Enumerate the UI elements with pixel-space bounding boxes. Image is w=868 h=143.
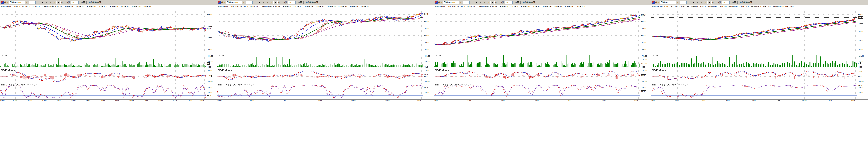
symbol-select[interactable]: 日経225mini ▼ [226,1,245,4]
bars-count-input[interactable]: 500 [71,1,79,4]
axis-tick-label: 40.00 [424,92,429,94]
period-day-button[interactable]: 日 [479,1,482,4]
period-minute-button[interactable]: 分 [258,1,261,4]
main-plot[interactable] [217,8,423,54]
volume-plot[interactable] [434,54,640,69]
volume-plot[interactable] [0,54,206,69]
zoom-in-button[interactable]: + [491,1,494,4]
period-week-button[interactable]: 週 [266,1,269,4]
zoom-in-button[interactable]: + [708,1,711,4]
chevron-down-icon[interactable]: ▼ [676,1,679,4]
axis-tick-label: 8,600 [641,34,646,36]
time-axis-label: 12/02 [633,100,638,102]
apply-button[interactable]: 適用 [730,1,738,4]
chevron-down-icon[interactable]: ▼ [252,1,255,4]
period-day-button[interactable]: 日 [262,1,265,4]
chart-window-icon [435,1,438,4]
bars-count-input[interactable]: 500 [505,1,513,4]
multi-symbol-display-button[interactable]: 複数銘柄表示 [304,1,320,4]
contract-month-select[interactable]: 11/12 ▼ [463,1,472,4]
symbol-select[interactable]: 日経225mini ▼ [443,1,462,4]
macd-value-axis: 100.000.00-100.00 84.00 [640,69,651,83]
macd-plot[interactable] [217,69,423,83]
zoom-out-button[interactable]: − [60,1,64,4]
symbol-label: 銘柄 [438,1,442,4]
time-axis-label: 11/25 [434,100,438,102]
chevron-down-icon[interactable]: ▼ [25,1,28,4]
chevron-down-icon[interactable]: ▼ [242,1,245,4]
volume-plot[interactable] [217,54,423,69]
period-month-button[interactable]: 月 [704,1,707,4]
time-axis: 11/2511/2811/2911/30Dec12/0112/02 [434,100,651,102]
chart-title: 日経225mini 11/12( 916, 2011/11/24 - 2011/… [0,5,217,8]
macd-plot[interactable] [651,69,857,83]
axis-tick-label: 8,685 [424,48,429,50]
zoom-in-button[interactable]: + [274,1,277,4]
multi-symbol-display-button[interactable]: 複数銘柄表示 [521,1,537,4]
multi-symbol-display-button[interactable]: 複数銘柄表示 [738,1,754,4]
toolbar-separator [65,1,65,4]
macd-label: MACD( 12, 26, 9 ) [435,69,451,71]
symbol-select[interactable]: 日経225mini ▼ [9,1,28,4]
period-day-button[interactable]: 日 [45,1,48,4]
contract-month-select[interactable]: 11/12 ▼ [246,1,255,4]
main-current-value: 8,850 [641,15,646,17]
price-chart-section: 8,9008,8008,7008,6008,5008,400 8,850 [434,8,651,54]
apply-button[interactable]: 適用 [79,1,87,4]
period-minute-button[interactable]: 分 [475,1,478,4]
bars-count-label: 本数 [717,1,721,4]
symbol-select[interactable]: 日経225 ▼ [660,1,679,4]
zoom-in-button[interactable]: + [57,1,60,4]
macd-value-axis: 50.000.00-50.00 21.30 [423,69,434,83]
bars-count-label: 本数 [283,1,287,4]
time-axis-label: 22:40 [173,100,178,102]
period-month-button[interactable]: 月 [487,1,490,4]
period-day-button[interactable]: 日 [696,1,699,4]
contract-month-select[interactable]: 11/12 ▼ [680,1,689,4]
period-week-button[interactable]: 週 [483,1,486,4]
time-axis-label: 12:00 [57,100,61,102]
chevron-down-icon[interactable]: ▼ [469,1,472,4]
macd-current-value: 44.10 [858,70,863,72]
bars-count-input[interactable]: 500 [288,1,296,4]
zoom-out-button[interactable]: − [494,1,498,4]
chevron-down-icon[interactable]: ▼ [686,1,689,4]
axis-tick-label: 8,885 [207,25,212,27]
axis-tick-label: 8,800 [641,21,646,22]
macd-plot[interactable] [0,69,206,83]
chevron-down-icon[interactable]: ▼ [459,1,462,4]
time-axis-label: 13:20 [71,100,75,102]
axis-tick-label: 80.00 [207,87,212,89]
volume-label: 出来高 [1,54,7,57]
period-week-button[interactable]: 週 [49,1,52,4]
zoom-out-button[interactable]: − [711,1,715,4]
contract-month-select[interactable]: 11/12 ▼ [29,1,38,4]
period-minute-button[interactable]: 分 [41,1,44,4]
period-minute-button[interactable]: 分 [692,1,695,4]
stoch-value-axis: 80.0040.00 88.10 [640,84,651,99]
main-plot[interactable] [0,8,206,54]
zoom-out-button[interactable]: − [277,1,281,4]
apply-button[interactable]: 適用 [296,1,304,4]
macd-section: MACD( 12, 26, 9 ) 50.000.00-50.00 44.10 [651,69,868,84]
axis-tick-label: 8,735 [424,41,429,43]
multi-symbol-display-button[interactable]: 複数銘柄表示 [87,1,103,4]
macd-plot[interactable] [434,69,640,83]
period-month-button[interactable]: 月 [270,1,273,4]
chevron-down-icon[interactable]: ▼ [35,1,38,4]
toolbar-separator [716,1,716,4]
period-month-button[interactable]: 月 [53,1,56,4]
time-axis-label: 11/30 [751,100,755,102]
axis-tick-label: 0.00 [207,66,211,68]
volume-value-axis: 110.0055.000.00 36 [857,54,868,69]
main-plot[interactable] [434,8,640,54]
axis-tick-label: -50.00 [424,81,430,83]
main-plot[interactable] [651,8,857,54]
period-week-button[interactable]: 週 [700,1,703,4]
time-axis-label: 11/29 [500,100,505,102]
stochastics-section: スロー・ストキャスティクス( 14, 3, 80, 20 ) 80.0040.0… [0,84,217,100]
apply-button[interactable]: 適用 [513,1,521,4]
bars-count-input[interactable]: 300 [722,1,730,4]
volume-plot[interactable] [651,54,857,69]
macd-section: MACD( 12, 26, 9 ) 100.000.00-100.00 84.0… [434,69,651,84]
